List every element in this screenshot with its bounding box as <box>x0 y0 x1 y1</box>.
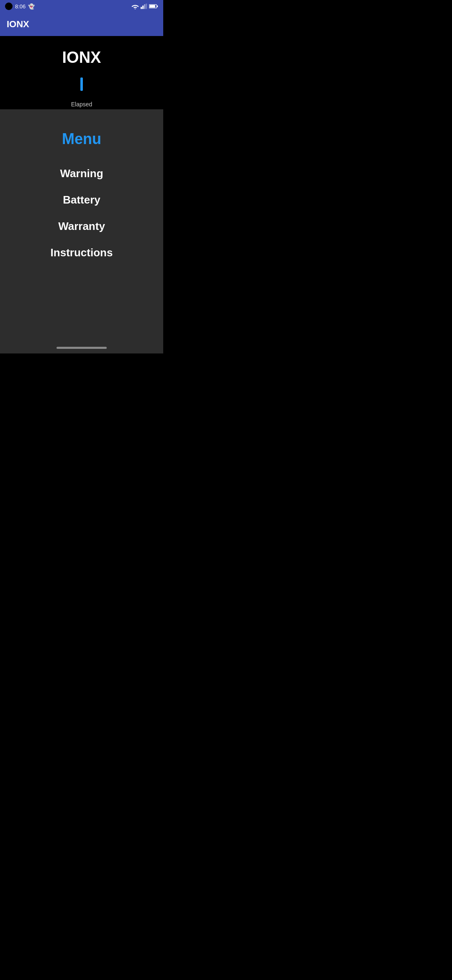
home-indicator-bar <box>56 347 107 349</box>
svg-rect-2 <box>142 5 144 9</box>
status-bar-left: 8:06 👻 <box>5 3 35 10</box>
app-bar-title: IONX <box>7 19 29 30</box>
signal-icon <box>141 3 147 9</box>
main-app-title: IONX <box>62 49 101 67</box>
menu-item-warranty[interactable]: Warranty <box>0 213 163 240</box>
menu-item-battery[interactable]: Battery <box>0 187 163 213</box>
gauge-label: Elapsed <box>71 101 92 108</box>
menu-item-instructions[interactable]: Instructions <box>0 240 163 266</box>
notification-icon: 👻 <box>28 3 35 10</box>
status-circle-icon <box>5 3 13 10</box>
svg-rect-4 <box>146 4 147 9</box>
app-bar: IONX <box>0 13 163 36</box>
main-content: IONX Elapsed <box>0 36 163 109</box>
app-page: 8:06 👻 IONX <box>0 0 163 353</box>
gauge-container: Elapsed <box>40 73 123 109</box>
menu-title: Menu <box>62 130 101 148</box>
svg-rect-6 <box>149 5 155 8</box>
battery-icon <box>149 3 158 9</box>
svg-rect-1 <box>141 7 142 9</box>
svg-rect-7 <box>157 5 158 7</box>
status-time: 8:06 <box>15 3 26 10</box>
menu-overlay: Menu Warning Battery Warranty Instructio… <box>0 109 163 342</box>
gauge-indicator <box>80 77 83 91</box>
wifi-icon <box>131 3 139 9</box>
home-indicator <box>0 342 163 353</box>
svg-point-0 <box>135 8 136 9</box>
status-bar: 8:06 👻 <box>0 0 163 13</box>
menu-item-warning[interactable]: Warning <box>0 160 163 187</box>
status-bar-right <box>131 3 158 9</box>
svg-rect-3 <box>144 4 145 9</box>
